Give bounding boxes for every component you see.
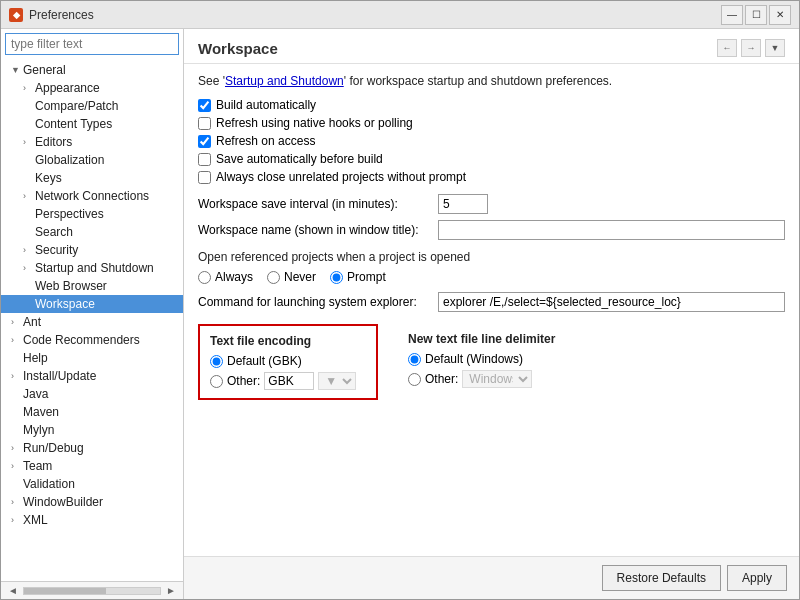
command-label: Command for launching system explorer:: [198, 295, 438, 309]
workspace-name-input[interactable]: [438, 220, 785, 240]
nav-forward-button[interactable]: →: [741, 39, 761, 57]
sidebar-item-search[interactable]: Search: [1, 223, 183, 241]
sidebar-item-workspace[interactable]: Workspace: [1, 295, 183, 313]
sidebar-item-java[interactable]: Java: [1, 385, 183, 403]
encoding-other-input[interactable]: [264, 372, 314, 390]
sidebar-item-globalization[interactable]: Globalization: [1, 151, 183, 169]
chevron-right-icon: ›: [11, 515, 21, 525]
scroll-right-icon[interactable]: ►: [163, 584, 179, 597]
sidebar-item-network-connections[interactable]: › Network Connections: [1, 187, 183, 205]
sidebar-item-window-builder[interactable]: › WindowBuilder: [1, 493, 183, 511]
encoding-other-label: Other:: [227, 374, 260, 388]
sidebar-item-install-update[interactable]: › Install/Update: [1, 367, 183, 385]
save-interval-input[interactable]: [438, 194, 488, 214]
encoding-other-radio[interactable]: [210, 375, 223, 388]
build-auto-checkbox[interactable]: [198, 99, 211, 112]
radio-always-label: Always: [198, 270, 253, 284]
radio-always[interactable]: [198, 271, 211, 284]
preferences-window: ◆ Preferences — ☐ ✕ ▼ General › Appearan…: [0, 0, 800, 600]
save-before-build-label: Save automatically before build: [216, 152, 383, 166]
main-panel: Workspace ← → ▼ See 'Startup and Shutdow…: [184, 29, 799, 599]
chevron-right-icon: ›: [23, 191, 33, 201]
chevron-right-icon: ›: [11, 335, 21, 345]
delimiter-default-radio[interactable]: [408, 353, 421, 366]
encoding-default-label: Default (GBK): [227, 354, 302, 368]
encoding-default-radio[interactable]: [210, 355, 223, 368]
radio-never[interactable]: [267, 271, 280, 284]
radio-never-label: Never: [267, 270, 316, 284]
save-before-build-checkbox[interactable]: [198, 153, 211, 166]
line-delimiter-title: New text file line delimiter: [408, 332, 588, 346]
sidebar-item-ant[interactable]: › Ant: [1, 313, 183, 331]
minimize-button[interactable]: —: [721, 5, 743, 25]
save-interval-row: Workspace save interval (in minutes):: [198, 194, 785, 214]
sidebar-item-appearance[interactable]: › Appearance: [1, 79, 183, 97]
scroll-left-icon[interactable]: ◄: [5, 584, 21, 597]
sidebar-item-xml[interactable]: › XML: [1, 511, 183, 529]
panel-header: Workspace ← → ▼: [184, 29, 799, 64]
panel-footer: Restore Defaults Apply: [184, 556, 799, 599]
sidebar-item-code-recommenders[interactable]: › Code Recommenders: [1, 331, 183, 349]
sidebar-item-help[interactable]: Help: [1, 349, 183, 367]
sidebar-item-mylyn[interactable]: Mylyn: [1, 421, 183, 439]
chevron-right-icon: ›: [23, 137, 33, 147]
spacer-icon: [23, 209, 33, 219]
startup-shutdown-link[interactable]: Startup and Shutdown: [225, 74, 344, 88]
sidebar-item-validation[interactable]: Validation: [1, 475, 183, 493]
delimiter-other-radio[interactable]: [408, 373, 421, 386]
encoding-default-option: Default (GBK): [210, 354, 366, 368]
command-input[interactable]: [438, 292, 785, 312]
open-projects-section: Open referenced projects when a project …: [198, 250, 785, 284]
spacer-icon: [11, 353, 21, 363]
delimiter-default-option: Default (Windows): [408, 352, 588, 366]
spacer-icon: [23, 101, 33, 111]
sidebar-item-compare-patch[interactable]: Compare/Patch: [1, 97, 183, 115]
close-unrelated-label: Always close unrelated projects without …: [216, 170, 466, 184]
apply-button[interactable]: Apply: [727, 565, 787, 591]
sidebar-item-content-types[interactable]: Content Types: [1, 115, 183, 133]
spacer-icon: [23, 299, 33, 309]
radio-prompt[interactable]: [330, 271, 343, 284]
sidebar-item-team[interactable]: › Team: [1, 457, 183, 475]
panel-title: Workspace: [198, 40, 278, 57]
text-encoding-title: Text file encoding: [210, 334, 366, 348]
sidebar-item-editors[interactable]: › Editors: [1, 133, 183, 151]
search-input[interactable]: [5, 33, 179, 55]
sidebar-item-keys[interactable]: Keys: [1, 169, 183, 187]
sidebar-item-general[interactable]: ▼ General: [1, 61, 183, 79]
sidebar-item-run-debug[interactable]: › Run/Debug: [1, 439, 183, 457]
description: See 'Startup and Shutdown' for workspace…: [198, 74, 785, 88]
sidebar-item-web-browser[interactable]: Web Browser: [1, 277, 183, 295]
panel-navigation: ← → ▼: [717, 39, 785, 57]
panel-body: See 'Startup and Shutdown' for workspace…: [184, 64, 799, 556]
chevron-down-icon: ▼: [11, 65, 21, 75]
delimiter-other-select[interactable]: Windows: [462, 370, 532, 388]
window-controls: — ☐ ✕: [721, 5, 791, 25]
sidebar: ▼ General › Appearance Compare/Patch Con…: [1, 29, 184, 599]
sidebar-item-maven[interactable]: Maven: [1, 403, 183, 421]
nav-dropdown-button[interactable]: ▼: [765, 39, 785, 57]
chevron-right-icon: ›: [11, 317, 21, 327]
maximize-button[interactable]: ☐: [745, 5, 767, 25]
line-delimiter-box: New text file line delimiter Default (Wi…: [398, 324, 598, 400]
close-unrelated-checkbox[interactable]: [198, 171, 211, 184]
save-interval-label: Workspace save interval (in minutes):: [198, 197, 438, 211]
checkbox-build-auto: Build automatically: [198, 98, 785, 112]
close-button[interactable]: ✕: [769, 5, 791, 25]
chevron-right-icon: ›: [11, 461, 21, 471]
sidebar-scroll-bar: ◄ ►: [1, 581, 183, 599]
refresh-native-label: Refresh using native hooks or polling: [216, 116, 413, 130]
encoding-other-select[interactable]: ▼: [318, 372, 356, 390]
refresh-access-checkbox[interactable]: [198, 135, 211, 148]
nav-back-button[interactable]: ←: [717, 39, 737, 57]
chevron-right-icon: ›: [11, 443, 21, 453]
refresh-native-checkbox[interactable]: [198, 117, 211, 130]
sidebar-item-startup-shutdown[interactable]: › Startup and Shutdown: [1, 259, 183, 277]
app-icon: ◆: [9, 8, 23, 22]
sidebar-item-perspectives[interactable]: Perspectives: [1, 205, 183, 223]
checkbox-save-before-build: Save automatically before build: [198, 152, 785, 166]
sidebar-item-security[interactable]: › Security: [1, 241, 183, 259]
text-encoding-box: Text file encoding Default (GBK) Other: …: [198, 324, 378, 400]
open-projects-options: Always Never Prompt: [198, 270, 785, 284]
restore-defaults-button[interactable]: Restore Defaults: [602, 565, 721, 591]
